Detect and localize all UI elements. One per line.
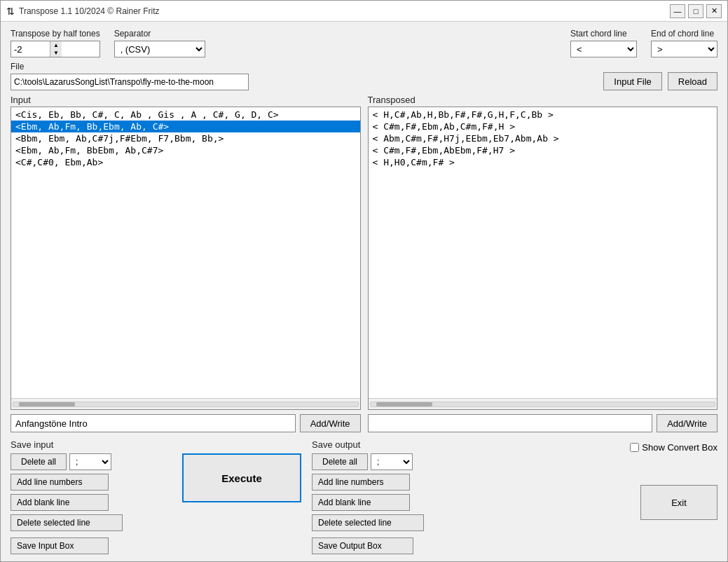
title-bar-left: ⇅ Transpose 1.1 10/2024 © Rainer Fritz (6, 6, 160, 17)
main-content: Transpose by half tones ▲ ▼ Separator , … (1, 22, 727, 561)
save-output-box-button[interactable]: Save Output Box (312, 537, 413, 554)
save-input-add-line-numbers-button[interactable]: Add line numbers (11, 474, 109, 491)
transposed-hscrollbar[interactable] (369, 398, 717, 409)
input-line-2[interactable]: <Bbm, Ebm, Ab,C#7j,F#Ebm, F7,Bbm, Bb,> (11, 132, 360, 144)
input-hscrollbar[interactable] (11, 398, 360, 409)
transposed-line-0[interactable]: < H,C#,Ab,H,Bb,F#,F#,G,H,F,C,Bb > (369, 109, 717, 121)
exit-container: Exit (630, 485, 717, 520)
panels-row: Input <Cis, Eb, Bb, C#, C, Ab , Gis , A … (11, 95, 717, 410)
input-add-write-row: Add/Write (11, 414, 361, 432)
right-controls: Show Convert Box Exit (630, 439, 717, 520)
top-controls: Transpose by half tones ▲ ▼ Separator , … (11, 29, 717, 57)
app-icon: ⇅ (6, 6, 15, 17)
separator-select[interactable]: , (CSV) ; Tab Space (114, 41, 205, 57)
input-hscroll-thumb (19, 402, 75, 406)
save-input-delete-all-button[interactable]: Delete all (11, 453, 67, 470)
transposed-text-area: < H,C#,Ab,H,Bb,F#,F#,G,H,F,C,Bb > < C#m,… (368, 107, 718, 410)
save-input-delete-row: Delete all ; , Tab (11, 453, 172, 470)
output-add-write-button[interactable]: Add/Write (657, 414, 717, 432)
save-section: Save input Delete all ; , Tab Add line n… (11, 439, 717, 554)
transpose-down-button[interactable]: ▼ (50, 49, 62, 57)
save-input-label: Save input (11, 439, 172, 450)
transposed-list[interactable]: < H,C#,Ab,H,Bb,F#,F#,G,H,F,C,Bb > < C#m,… (369, 107, 717, 398)
transposed-line-1[interactable]: < C#m,F#,Ebm,Ab,C#m,F#,H > (369, 121, 717, 132)
reload-button[interactable]: Reload (668, 72, 717, 90)
transposed-line-4[interactable]: < H,H0,C#m,F# > (369, 156, 717, 168)
transposed-panel: Transposed < H,C#,Ab,H,Bb,F#,F#,G,H,F,C,… (368, 95, 718, 410)
save-output-delete-selected-line-button[interactable]: Delete selected line (312, 514, 424, 531)
file-group: File (11, 62, 598, 90)
input-line-1[interactable]: <Ebm, Ab,Fm, Bb,Ebm, Ab, C#> (11, 121, 360, 132)
end-chord-label: End of chord line (651, 29, 717, 39)
file-input[interactable] (11, 74, 249, 90)
app-title: Transpose 1.1 10/2024 © Rainer Fritz (19, 6, 160, 16)
start-chord-group: Start chord line < > [ ] (570, 29, 637, 57)
add-write-row: Add/Write Add/Write (11, 414, 717, 432)
transposed-label: Transposed (368, 95, 718, 105)
maximize-button[interactable]: □ (688, 4, 703, 18)
input-list[interactable]: <Cis, Eb, Bb, C#, C, Ab , Gis , A , C#, … (11, 107, 360, 398)
save-input-separator-select[interactable]: ; , Tab (69, 453, 111, 470)
input-hscroll-track (13, 402, 359, 407)
transposed-line-3[interactable]: < C#m,F#,Ebm,AbEbm,F#,H7 > (369, 144, 717, 156)
file-row: File Input File Reload (11, 62, 717, 90)
save-input-add-blank-line-button[interactable]: Add blank line (11, 494, 109, 511)
save-output-add-line-numbers-button[interactable]: Add line numbers (312, 474, 410, 491)
transpose-label: Transpose by half tones (11, 29, 100, 39)
transpose-spinners: ▲ ▼ (50, 41, 62, 57)
start-chord-label: Start chord line (570, 29, 637, 39)
title-bar-controls: — □ ✕ (670, 4, 722, 18)
end-chord-select[interactable]: > < ] [ (651, 41, 717, 57)
save-input-group: Save input Delete all ; , Tab Add line n… (11, 439, 172, 554)
input-line-4[interactable]: <C#,C#0, Ebm,Ab> (11, 156, 360, 168)
minimize-button[interactable]: — (670, 4, 685, 18)
input-add-write-button[interactable]: Add/Write (300, 414, 361, 432)
transpose-input-wrapper: ▲ ▼ (11, 41, 100, 57)
transposed-line-2[interactable]: < Abm,C#m,F#,H7j,EEbm,Eb7,Abm,Ab > (369, 132, 717, 144)
save-output-separator-select[interactable]: ; , Tab (371, 453, 413, 470)
show-convert-box-label[interactable]: Show Convert Box (630, 442, 717, 453)
input-text-area: <Cis, Eb, Bb, C#, C, Ab , Gis , A , C#, … (11, 107, 361, 410)
close-button[interactable]: ✕ (706, 4, 722, 18)
execute-button[interactable]: Execute (182, 453, 301, 502)
end-chord-group: End of chord line > < ] [ (651, 29, 717, 57)
file-label: File (11, 62, 598, 71)
transposed-hscroll-thumb (376, 402, 432, 406)
save-input-delete-selected-line-button[interactable]: Delete selected line (11, 514, 123, 531)
input-panel: Input <Cis, Eb, Bb, C#, C, Ab , Gis , A … (11, 95, 361, 410)
output-add-write-input[interactable] (368, 414, 653, 432)
action-buttons: Input File Reload (603, 72, 717, 90)
save-output-group: Save output Delete all ; , Tab Add line … (312, 439, 473, 554)
main-window: ⇅ Transpose 1.1 10/2024 © Rainer Fritz —… (0, 0, 728, 562)
show-convert-box-checkbox[interactable] (630, 443, 639, 452)
execute-col: Execute (172, 439, 312, 502)
save-output-add-blank-line-button[interactable]: Add blank line (312, 494, 410, 511)
transpose-up-button[interactable]: ▲ (50, 41, 62, 49)
save-output-delete-row: Delete all ; , Tab (312, 453, 473, 470)
separator-label: Separator (114, 29, 205, 39)
transposed-hscroll-track (370, 402, 716, 407)
output-add-write-row: Add/Write (368, 414, 718, 432)
title-bar: ⇅ Transpose 1.1 10/2024 © Rainer Fritz —… (1, 1, 727, 22)
input-file-button[interactable]: Input File (603, 72, 661, 90)
input-add-write-input[interactable] (11, 414, 296, 432)
show-convert-box-text: Show Convert Box (642, 442, 717, 453)
start-chord-select[interactable]: < > [ ] (570, 41, 637, 57)
transpose-group: Transpose by half tones ▲ ▼ (11, 29, 100, 57)
save-output-label: Save output (312, 439, 473, 450)
input-line-0[interactable]: <Cis, Eb, Bb, C#, C, Ab , Gis , A , C#, … (11, 109, 360, 121)
exit-button[interactable]: Exit (640, 485, 717, 520)
input-label: Input (11, 95, 361, 105)
input-line-3[interactable]: <Ebm, Ab,Fm, BbEbm, Ab,C#7> (11, 144, 360, 156)
save-input-box-button[interactable]: Save Input Box (11, 537, 109, 554)
transpose-input[interactable] (11, 41, 50, 57)
save-output-delete-all-button[interactable]: Delete all (312, 453, 368, 470)
separator-group: Separator , (CSV) ; Tab Space (114, 29, 205, 57)
